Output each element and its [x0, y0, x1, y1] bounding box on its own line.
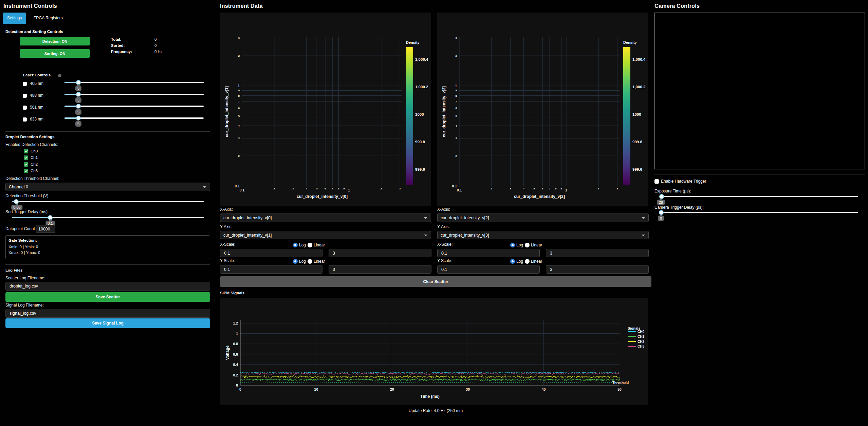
channel-ch3-checkbox[interactable] [24, 169, 28, 173]
svg-text:6: 6 [542, 187, 543, 190]
channel-ch1-checkbox[interactable] [24, 155, 28, 160]
plot1-xscale-log-label: Log [299, 243, 306, 247]
stat-frequency-value: 0 Hz [154, 50, 163, 54]
channel-ch2-checkbox[interactable] [24, 162, 28, 167]
gate-selection-box: Gate Selection: Xmin: 0 | Ymin: 0 Xmax: … [5, 235, 210, 259]
plot1-yscale-log-radio[interactable] [293, 259, 298, 264]
svg-text:50: 50 [617, 387, 622, 391]
laser-488-checkbox[interactable] [23, 94, 27, 98]
plot1-y-axis-dropdown[interactable]: cur_droplet_intensity_v[1] [220, 231, 431, 239]
channel-ch0-checkbox[interactable] [24, 149, 28, 153]
exposure-time-slider[interactable]: 28 [661, 194, 858, 199]
detection-toggle-button[interactable]: Detection: ON [20, 37, 90, 45]
plot2-xscale-linear-radio[interactable] [525, 243, 530, 247]
svg-text:7: 7 [238, 100, 240, 103]
page-title-instrument-controls: Instrument Controls [3, 3, 57, 9]
sorting-toggle-button[interactable]: Sorting: ON [20, 49, 90, 58]
svg-text:cur_droplet_intensity_v[0]: cur_droplet_intensity_v[0] [297, 194, 348, 199]
svg-text:7: 7 [456, 100, 457, 103]
svg-text:3: 3 [616, 187, 618, 190]
svg-text:2: 2 [238, 54, 240, 57]
slider-rail[interactable] [661, 212, 858, 213]
plot1-yscale-log-label: Log [299, 259, 306, 264]
plot2-xmin-input[interactable]: 0.1 [437, 249, 540, 257]
plot1-xscale-linear-radio[interactable] [308, 243, 312, 247]
signal-log-filename-label: Signal Log Filename: [5, 303, 44, 308]
plot1-xmin-input[interactable]: 0.1 [220, 249, 322, 257]
plot1-xmax-input[interactable]: 3 [329, 249, 431, 257]
laser-controls-heading: Laser Controls [23, 73, 51, 77]
slider-tooltip: 5 [75, 121, 81, 127]
signal-log-filename-input[interactable]: signal_log.csv [5, 309, 210, 318]
svg-text:5: 5 [238, 115, 240, 118]
sort-trigger-delay-slider[interactable]: 0.1 [12, 215, 204, 220]
gate-selection-heading: Gate Selection: [8, 238, 210, 242]
laser-405-label: 405 nm [30, 81, 43, 86]
stats-row-sorted: Sorted: 0 [111, 43, 125, 48]
tab-fpga-registers[interactable]: FPGA Registers [29, 13, 67, 23]
plot2-xscale-log-label: Log [516, 243, 523, 247]
density-scatter-plot-1[interactable]: 0.10.12233445566778899112233cur_droplet_… [220, 13, 431, 206]
scatter-log-filename-input[interactable]: droplet_log.csv [5, 282, 210, 291]
slider-rail[interactable] [64, 117, 204, 119]
svg-text:cur_droplet_intensity_v[2]: cur_droplet_intensity_v[2] [514, 194, 565, 199]
laser-633-checkbox[interactable] [23, 117, 27, 122]
laser-488-slider[interactable]: 5 [64, 92, 204, 97]
plot1-xscale-linear-label: Linear [314, 243, 325, 247]
svg-text:0.1: 0.1 [452, 184, 457, 188]
sipm-signals-plot[interactable]: 0102030405000.20.40.60.811.2Time (ms)Vol… [220, 298, 648, 405]
laser-561-slider[interactable]: 5 [64, 104, 204, 109]
plot1-yscale-linear-radio[interactable] [308, 259, 312, 264]
camera-image-view[interactable] [654, 13, 865, 169]
laser-633-slider[interactable]: 5 [64, 116, 204, 121]
density-scatter-plot-2[interactable]: 0.10.12233445566778899112233cur_droplet_… [437, 13, 648, 206]
slider-track[interactable] [12, 217, 50, 218]
plot2-ymin-input[interactable]: 0.1 [437, 265, 540, 274]
instrument-controls-panel: Instrument Controls Settings FPGA Regist… [0, 0, 214, 426]
plot1-x-axis-dropdown[interactable]: cur_droplet_intensity_v[0] [220, 214, 431, 222]
datapoint-count-input[interactable]: 10000 [36, 225, 55, 233]
plot1-xscale-log-radio[interactable] [293, 243, 298, 247]
svg-text:9: 9 [343, 187, 345, 190]
plot2-yscale-log-radio[interactable] [510, 259, 515, 264]
detection-threshold-slider[interactable]: 0.05 [12, 199, 204, 204]
svg-text:2: 2 [238, 154, 240, 158]
slider-rail[interactable] [64, 94, 204, 95]
laser-405-checkbox[interactable] [23, 82, 27, 86]
sipm-signals-heading: SiPM Signals [220, 291, 244, 295]
camera-trigger-delay-slider[interactable]: 0 [661, 210, 858, 215]
svg-text:999.6: 999.6 [632, 167, 642, 171]
svg-text:5: 5 [456, 115, 457, 118]
svg-text:2: 2 [381, 187, 382, 190]
plot1-ymax-input[interactable]: 3 [329, 265, 431, 274]
plot2-y-axis-dropdown[interactable]: cur_droplet_intensity_v[3] [437, 231, 649, 239]
save-signal-log-button[interactable]: Save Signal Log [5, 318, 210, 328]
plot2-ymax-input[interactable]: 3 [546, 265, 649, 274]
slider-rail[interactable] [64, 82, 204, 83]
plot2-xmax-input[interactable]: 3 [546, 249, 649, 257]
plot2-x-axis-dropdown[interactable]: cur_droplet_intensity_v[2] [437, 214, 649, 222]
chevron-down-icon [424, 217, 427, 219]
plot1-x-axis-label: X-Axis: [220, 207, 233, 212]
stats-row-total: Total: 0 [111, 37, 121, 41]
tab-settings[interactable]: Settings [3, 13, 26, 24]
plot2-yscale-linear-radio[interactable] [525, 259, 530, 264]
slider-rail[interactable] [12, 201, 204, 202]
slider-rail[interactable] [64, 106, 204, 107]
plot1-ymin-input[interactable]: 0.1 [220, 265, 322, 274]
threshold-channel-dropdown[interactable]: Channel 0 [5, 183, 210, 191]
droplet-settings-heading: Droplet Detection Settings [5, 135, 54, 139]
slider-rail[interactable] [661, 196, 858, 197]
save-scatter-button[interactable]: Save Scatter [5, 292, 210, 302]
laser-405-slider[interactable]: 5 [64, 80, 204, 85]
svg-text:0: 0 [239, 387, 241, 391]
hardware-trigger-checkbox[interactable] [654, 179, 659, 184]
laser-561-checkbox[interactable] [23, 106, 27, 110]
svg-text:CH2: CH2 [638, 340, 644, 344]
plot2-xscale-log-radio[interactable] [510, 243, 515, 247]
chevron-down-icon [642, 217, 645, 219]
clear-scatter-button[interactable]: Clear Scatter [220, 276, 651, 287]
stat-total-value: 0 [154, 37, 156, 41]
stat-total-label: Total: [111, 37, 121, 41]
svg-text:0: 0 [236, 383, 238, 387]
